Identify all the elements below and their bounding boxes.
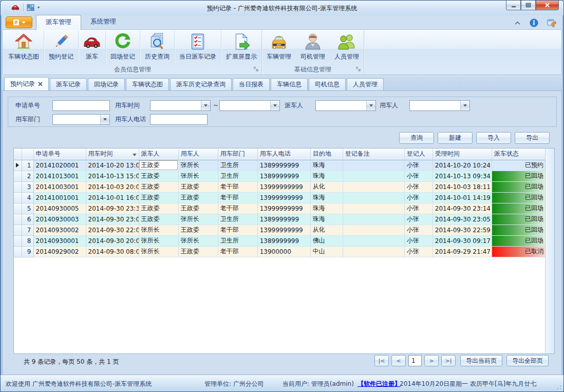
action-button-3[interactable]: 导入 [476, 132, 511, 144]
use-time-to-select[interactable] [219, 100, 280, 111]
action-button-row: 查询新建导入导出 [399, 132, 550, 144]
ribbon-button-label: 当日派车记录 [179, 52, 216, 61]
doc-tab-4[interactable]: 车辆状态图 [126, 78, 169, 90]
column-header-8[interactable]: 登记备注 [343, 148, 404, 160]
ribbon-button-house[interactable]: 车辆状态图 [4, 31, 44, 65]
doc-tab-5[interactable]: 派车历史记录查询 [170, 78, 232, 90]
app-menu-icon [12, 18, 20, 26]
column-header-9[interactable]: 登记人 [404, 148, 433, 160]
doc-tab-8[interactable]: 司机信息 [309, 78, 346, 90]
cell: 王政委 [139, 214, 178, 225]
column-header-label: 用车人电话 [260, 150, 291, 157]
doc-tab-6[interactable]: 当日报表 [233, 78, 270, 90]
column-header-10[interactable]: 受理时间 [433, 148, 492, 160]
table-row-2[interactable]: 2201410130012014-10-13 15:00王政委张所长卫生所138… [14, 171, 545, 181]
cell: 从化 [310, 181, 343, 192]
table-row-8[interactable]: 8201409300012014-09-30 20:00张所长张所长卫生所138… [14, 235, 545, 246]
ribbon-button-red-car[interactable]: 派车 [79, 31, 106, 65]
cell: 王政委 [178, 246, 218, 257]
minimize-button[interactable] [506, 1, 521, 10]
action-button-2[interactable]: 新建 [438, 132, 473, 144]
doc-tab-2[interactable]: 派车记录 [50, 78, 87, 90]
restore-button[interactable] [521, 1, 536, 10]
status-cell: 已回场 [492, 181, 545, 192]
use-time-from-select[interactable] [150, 100, 211, 111]
cell: 小张 [404, 203, 433, 214]
cell [343, 246, 404, 257]
records-grid: 申请单号用车时间派车人用车人用车部门用车人电话目的地登记备注登记人受理时间派车状… [13, 148, 555, 354]
cell: 小张 [404, 225, 433, 235]
ribbon-tab-1[interactable]: 派车管理 [36, 15, 81, 30]
column-header-4[interactable]: 用车人 [178, 148, 218, 160]
ribbon-tab-2[interactable]: 系统管理 [81, 15, 125, 29]
cell: 卫生所 [218, 171, 257, 181]
department-select[interactable] [52, 114, 110, 125]
column-header-5[interactable]: 用车部门 [218, 148, 257, 160]
column-header-1[interactable]: 申请单号 [33, 148, 86, 160]
column-header-11[interactable]: 派车状态 [492, 148, 545, 160]
title-bar[interactable]: ▾ 预约记录 - 广州爱奇迪软件科技有限公司-派车管理系统 [1, 1, 563, 15]
dialog-launcher-icon[interactable] [254, 67, 259, 72]
close-button[interactable] [536, 1, 559, 10]
request-no-input[interactable] [52, 100, 110, 111]
dispatcher-select[interactable] [315, 100, 376, 111]
next-page-button[interactable]: > [424, 355, 439, 366]
first-page-button[interactable]: |< [374, 355, 389, 366]
doc-tab-9[interactable]: 人员管理 [347, 78, 384, 90]
column-header-6[interactable]: 用车人电话 [257, 148, 310, 160]
row-indicator-cell [14, 171, 22, 181]
cell: 1389999999 [257, 171, 310, 181]
cell [343, 235, 404, 246]
ribbon-button-yellow-car[interactable]: 车辆管理 [262, 31, 296, 65]
ribbon-button-label: 预约登记 [49, 52, 73, 61]
table-row-4[interactable]: 4201410010012014-10-01 16:00王政委王政委老干部139… [14, 192, 545, 203]
doc-tab-7[interactable]: 车辆信息 [271, 78, 308, 90]
table-row-9[interactable]: 9201409290022014-09-30 08:00张所长王政委老干部139… [14, 246, 545, 257]
ribbon-button-extend-screen[interactable]: 扩展屏显示 [221, 31, 261, 65]
cell: 王政委 [178, 181, 218, 192]
table-row-1[interactable]: 1201410200012014-10-20 13:00王政委张所长卫生所138… [14, 160, 545, 171]
dialog-launcher-icon[interactable] [356, 67, 361, 72]
column-header-2[interactable]: 用车时间 [86, 148, 139, 160]
action-button-4[interactable]: 导出 [515, 132, 550, 144]
close-tab-icon[interactable] [38, 82, 43, 86]
cell: 2014-09-30 23:14 [433, 203, 492, 214]
user-select[interactable] [409, 100, 470, 111]
table-row-6[interactable]: 6201409300032014-09-30 23:00王政委张所长卫生所138… [14, 214, 545, 225]
phone-input[interactable] [150, 114, 208, 125]
table-row-3[interactable]: 3201410030012014-10-03 20:00王政委王政委老干部139… [14, 181, 545, 192]
action-button-1[interactable]: 查询 [399, 132, 434, 144]
registered-link[interactable]: 【软件已注册】 [358, 380, 401, 388]
cell: 老干部 [218, 203, 257, 214]
ribbon-button-driver[interactable]: 司机管理 [296, 31, 330, 65]
column-header-7[interactable]: 目的地 [310, 148, 343, 160]
cell: 小张 [404, 171, 433, 181]
ribbon-button-checklist[interactable]: 当日派车记录 [175, 31, 221, 65]
table-row-7[interactable]: 7201409300022014-09-30 22:00张所长王政委老干部139… [14, 225, 545, 235]
chevron-down-icon [22, 22, 26, 24]
ribbon-button-people[interactable]: 人员管理 [330, 31, 364, 65]
ribbon-button-history-search[interactable]: 历史查询 [140, 31, 175, 65]
doc-tab-label: 回场记录 [94, 80, 119, 89]
doc-tab-1[interactable]: 预约记录 [4, 77, 49, 90]
skin-style-icon[interactable] [547, 18, 557, 27]
info-icon[interactable] [530, 18, 538, 27]
cell: 2014-10-20 13:00 [86, 160, 139, 171]
column-header-label: 登记人 [407, 150, 425, 157]
column-header-3[interactable]: 派车人 [139, 148, 178, 160]
doc-tab-3[interactable]: 回场记录 [88, 78, 125, 90]
collapse-ribbon-icon[interactable] [514, 21, 521, 25]
export-all-pages-button[interactable]: 导出全部页 [506, 355, 549, 366]
ribbon-button-pencil[interactable]: 预约登记 [44, 31, 79, 65]
resize-grip[interactable] [555, 383, 561, 389]
ribbon-button-recycle[interactable]: 回场登记 [106, 31, 140, 65]
page-number-input[interactable]: 1 [408, 355, 422, 366]
cell: 珠海 [310, 160, 343, 171]
ribbon: 车辆状态图预约登记派车回场登记历史查询当日派车记录扩展屏显示会员信息管理车辆管理… [2, 29, 562, 75]
prev-page-button[interactable]: < [391, 355, 406, 366]
last-page-button[interactable]: >| [441, 355, 456, 366]
vertical-scrollbar[interactable] [545, 148, 554, 353]
application-menu-button[interactable] [6, 16, 32, 28]
export-current-page-button[interactable]: 导出当前页 [460, 355, 502, 366]
table-row-5[interactable]: 5201409300052014-09-30 23:30王政委王政委老干部139… [14, 203, 545, 214]
